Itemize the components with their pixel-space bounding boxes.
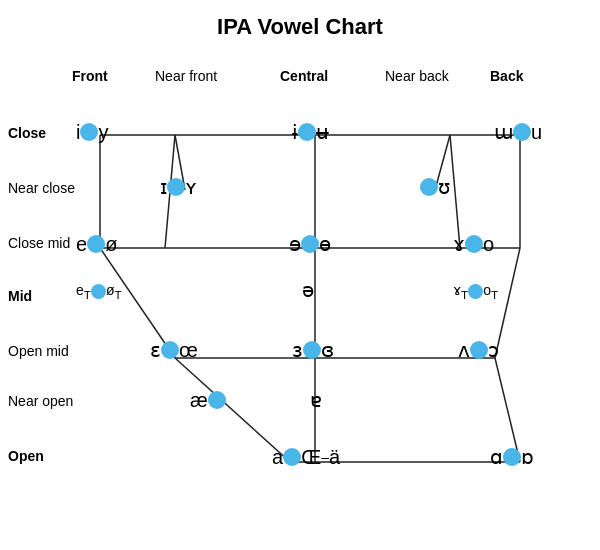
dot-close-mid-central: [301, 235, 319, 253]
near-open-front: æ: [190, 390, 226, 410]
vowel-near-close-front-unrounded: ɪ: [160, 177, 167, 197]
vowel-close-back-unrounded: ɯ: [494, 122, 513, 142]
dot-mid-front: [91, 284, 106, 299]
col-near-back: Near back: [385, 68, 449, 84]
vowel-o: o: [483, 234, 494, 254]
vowel-open-mid-front-rounded: œ: [179, 340, 198, 360]
dot-near-open-front: [208, 391, 226, 409]
open-mid-central: ɜ ɞ: [292, 340, 334, 360]
close-mid-central: ɘ ɵ: [289, 234, 331, 254]
vowel-e: e: [76, 234, 87, 254]
vowel-close-central-rounded: ʉ: [316, 122, 329, 142]
open-mid-front: ɛ œ: [150, 340, 198, 360]
vowel-open-back-unrounded: ɑ: [490, 447, 503, 467]
vowel-u: u: [531, 122, 542, 142]
vowel-close-mid-back-unrounded: ɤ: [453, 234, 465, 254]
vowel-mid-front-unrounded: eT: [76, 283, 91, 300]
vowel-mid-back-rounded: oT: [483, 283, 498, 300]
row-near-close: Near close: [8, 180, 75, 196]
dot-close-central: [298, 123, 316, 141]
vowel-close-mid-front-rounded: ø: [105, 234, 117, 254]
row-close: Close: [8, 125, 46, 141]
row-mid: Mid: [8, 288, 32, 304]
vowel-a: a: [272, 447, 283, 467]
dot-close-mid-front: [87, 235, 105, 253]
dot-close-front-unrounded: [80, 123, 98, 141]
vowel-near-close-front-rounded: ʏ: [185, 177, 197, 197]
vowel-open-separator: –: [321, 450, 329, 464]
open-front: a Œ – ä: [272, 447, 340, 467]
dot-open-mid-front: [161, 341, 179, 359]
mid-central: ə: [302, 280, 314, 300]
col-central: Central: [280, 68, 328, 84]
dot-near-close-near-front: [167, 178, 185, 196]
dot-open-back: [503, 448, 521, 466]
vowel-open-mid-central-unrounded: ɜ: [292, 340, 303, 360]
dot-mid-back: [468, 284, 483, 299]
vowel-close-mid-central-unrounded: ɘ: [289, 234, 301, 254]
vowel-open-mid-front-unrounded: ɛ: [150, 340, 161, 360]
chart-title: IPA Vowel Chart: [0, 0, 600, 48]
dot-close-back: [513, 123, 531, 141]
vowel-mid-front-rounded: øT: [106, 283, 122, 300]
close-central: ɨ ʉ: [292, 122, 329, 142]
dot-open-mid-central: [303, 341, 321, 359]
svg-line-19: [450, 135, 460, 248]
col-back: Back: [490, 68, 523, 84]
close-mid-front: e ø: [76, 234, 117, 254]
mid-back: ɤT oT: [453, 283, 498, 300]
vowel-near-close-back: ʊ: [438, 177, 450, 197]
vowel-open-mid-back-rounded: ɔ: [488, 340, 499, 360]
vowel-open-mid-central-rounded: ɞ: [321, 340, 334, 360]
near-open-central: ɐ: [310, 390, 322, 410]
vowel-a-with-diaeresis: ä: [329, 447, 340, 467]
vowel-schwa: ə: [302, 280, 314, 300]
row-open-mid: Open mid: [8, 343, 69, 359]
col-near-front: Near front: [155, 68, 217, 84]
dot-near-close-near-back: [420, 178, 438, 196]
close-front: i y: [76, 122, 108, 142]
vowel-near-open-central: ɐ: [310, 390, 322, 410]
mid-front: eT øT: [76, 283, 122, 300]
row-open: Open: [8, 448, 44, 464]
near-close-near-back: ʊ: [420, 177, 450, 197]
vowel-near-open-front: æ: [190, 390, 208, 410]
col-front: Front: [72, 68, 108, 84]
vowel-open-back-rounded: ɒ: [521, 447, 534, 467]
vowel-mid-back-unrounded: ɤT: [453, 283, 468, 300]
vowel-y: y: [98, 122, 108, 142]
dot-open-mid-back: [470, 341, 488, 359]
dot-close-mid-back: [465, 235, 483, 253]
open-mid-back: ʌ ɔ: [458, 340, 499, 360]
vowel-open-front-rounded: Œ: [301, 447, 321, 467]
close-mid-back: ɤ o: [453, 234, 494, 254]
open-back: ɑ ɒ: [490, 447, 534, 467]
row-near-open: Near open: [8, 393, 73, 409]
close-back: ɯ u: [494, 122, 542, 142]
row-close-mid: Close mid: [8, 235, 70, 251]
vowel-close-mid-central-rounded: ɵ: [319, 234, 331, 254]
dot-open-front: [283, 448, 301, 466]
vowel-open-mid-back-unrounded: ʌ: [458, 340, 470, 360]
near-close-near-front: ɪ ʏ: [160, 177, 197, 197]
chart-container: IPA Vowel Chart Front Near front Central…: [0, 0, 600, 550]
